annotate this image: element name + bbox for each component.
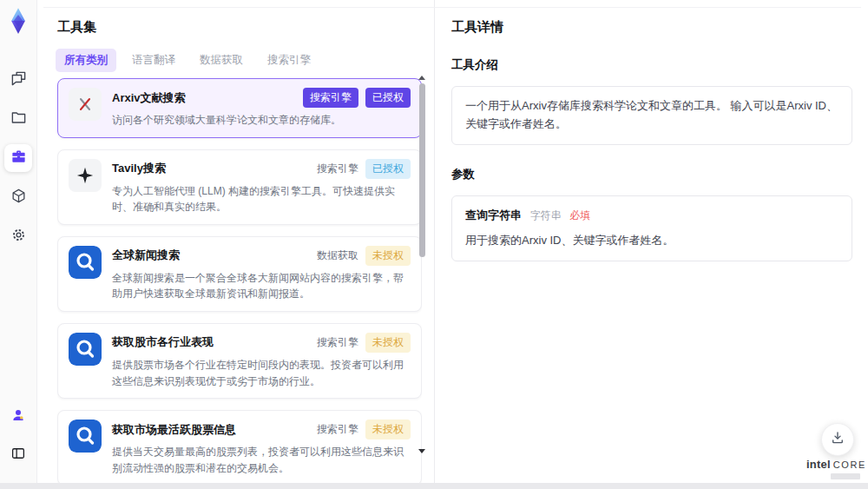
- tool-description: 提供股票市场各个行业在特定时间段内的表现。投资者可以利用这些信息来识别表现优于或…: [112, 357, 411, 389]
- tool-card-sector-performance[interactable]: 获取股市各行业表现 搜索引擎 未授权 提供股票市场各个行业在特定时间段内的表现。…: [57, 323, 422, 399]
- category-label: 数据获取: [317, 248, 358, 263]
- cube-icon: [10, 188, 27, 208]
- sidebar-item-settings[interactable]: [4, 222, 32, 250]
- category-badge[interactable]: 搜索引擎: [303, 88, 358, 108]
- sidebar-item-tools[interactable]: [4, 144, 32, 172]
- tool-name: 获取市场最活跃股票信息: [112, 422, 236, 438]
- tool-name: 全球新闻搜索: [112, 248, 180, 263]
- status-badge[interactable]: 已授权: [365, 88, 411, 108]
- chat-icon: [10, 70, 27, 90]
- tool-name: 获取股市各行业表现: [112, 334, 214, 350]
- user-icon: [10, 407, 26, 426]
- sparkle-icon: [69, 159, 102, 192]
- params-heading: 参数: [451, 167, 852, 182]
- tab-data-acquisition[interactable]: 数据获取: [191, 49, 252, 72]
- category-label: 搜索引擎: [317, 162, 358, 176]
- sidebar-item-chat[interactable]: [4, 66, 32, 94]
- tool-name: Tavily搜索: [112, 161, 166, 176]
- panel-toggle-button[interactable]: [4, 441, 32, 469]
- card-main: 全球新闻搜索 数据获取 未授权 全球新闻搜索是一个聚合全球各大新闻网站内容的搜索…: [112, 246, 411, 302]
- status-badge: 未授权: [365, 333, 411, 353]
- tool-card-tavily[interactable]: Tavily搜索 搜索引擎 已授权 专为人工智能代理 (LLM) 构建的搜索引擎…: [57, 149, 422, 225]
- param-description: 用于搜索的Arxiv ID、关键字或作者姓名。: [465, 232, 838, 250]
- card-main: 获取市场最活跃股票信息 搜索引擎 未授权 提供当天交易量最高的股票列表，投资者可…: [112, 420, 411, 476]
- page-title: 工具集: [57, 19, 96, 36]
- panel-divider: [434, 0, 435, 483]
- app-logo-icon: [6, 7, 30, 35]
- sidebar-item-files[interactable]: [4, 105, 32, 133]
- panel-toggle-icon: [10, 446, 26, 465]
- tool-card-active-stocks[interactable]: 获取市场最活跃股票信息 搜索引擎 未授权 提供当天交易量最高的股票列表，投资者可…: [57, 410, 422, 483]
- param-box: 查询字符串 字符串 必填 用于搜索的Arxiv ID、关键字或作者姓名。: [451, 195, 852, 262]
- detail-title: 工具详情: [451, 19, 852, 36]
- sidebar: [0, 0, 37, 483]
- window-bottom-edge: [0, 483, 868, 489]
- tool-list-panel: 工具集 所有类别 语言翻译 数据获取 搜索引擎 Arxiv文献搜索: [36, 0, 434, 483]
- param-header: 查询字符串 字符串 必填: [465, 207, 838, 225]
- tab-language-translation[interactable]: 语言翻译: [123, 49, 184, 72]
- tool-card-arxiv[interactable]: Arxiv文献搜索 搜索引擎 已授权 访问各个研究领域大量科学论文和文章的存储库…: [57, 78, 422, 138]
- intel-brand-text: intel: [806, 458, 831, 471]
- top-hairline: [43, 7, 861, 8]
- badges: 搜索引擎 未授权: [317, 420, 411, 439]
- app-window: 工具集 所有类别 语言翻译 数据获取 搜索引擎 Arxiv文献搜索: [0, 0, 868, 489]
- tool-description: 提供当天交易量最高的股票列表，投资者可以利用这些信息来识别流动性强的股票和潜在的…: [112, 444, 411, 476]
- intro-text: 一个用于从Arxiv存储库搜索科学论文和文章的工具。 输入可以是Arxiv ID…: [465, 99, 838, 130]
- scrollbar-up-arrow[interactable]: [418, 76, 425, 80]
- card-main: 获取股市各行业表现 搜索引擎 未授权 提供股票市场各个行业在特定时间段内的表现。…: [112, 333, 411, 389]
- tab-search-engine[interactable]: 搜索引擎: [259, 49, 319, 72]
- blue-search-icon: [69, 246, 102, 279]
- status-badge: 未授权: [365, 420, 411, 439]
- sidebar-nav: [0, 66, 36, 250]
- badges: 搜索引擎 已授权: [317, 159, 411, 179]
- blue-search-icon: [69, 420, 102, 453]
- folder-icon: [10, 109, 27, 129]
- settings-icon: [10, 227, 27, 247]
- download-button[interactable]: [821, 423, 854, 456]
- scrollbar-thumb[interactable]: [419, 83, 425, 257]
- core-brand-text: core: [833, 459, 866, 470]
- download-icon: [830, 430, 845, 449]
- param-name: 查询字符串: [465, 208, 522, 221]
- intel-core-logo: intel core: [806, 458, 860, 479]
- status-badge: 未授权: [365, 246, 411, 266]
- tool-description: 访问各个研究领域大量科学论文和文章的存储库。: [112, 112, 411, 129]
- intel-core-subtext: [831, 473, 860, 479]
- badges: 数据获取 未授权: [317, 246, 411, 266]
- intro-box: 一个用于从Arxiv存储库搜索科学论文和文章的工具。 输入可以是Arxiv ID…: [451, 86, 852, 145]
- tool-description: 全球新闻搜索是一个聚合全球各大新闻网站内容的搜索引擎，帮助用户快速获取全球最新资…: [112, 270, 411, 302]
- category-label: 搜索引擎: [317, 422, 358, 437]
- param-type: 字符串: [530, 209, 562, 221]
- tool-card-list: Arxiv文献搜索 搜索引擎 已授权 访问各个研究领域大量科学论文和文章的存储库…: [57, 78, 422, 483]
- tool-description: 专为人工智能代理 (LLM) 构建的搜索引擎工具。可快速提供实时、准确和真实的结…: [112, 183, 411, 215]
- category-tabs: 所有类别 语言翻译 数据获取 搜索引擎: [56, 49, 319, 72]
- blue-search-icon: [69, 333, 102, 366]
- badges: 搜索引擎 已授权: [303, 88, 411, 108]
- user-avatar-button[interactable]: [4, 403, 32, 431]
- param-required-badge: 必填: [569, 209, 590, 221]
- sidebar-bottom: [0, 403, 36, 469]
- tab-all-categories[interactable]: 所有类别: [56, 49, 116, 72]
- status-badge: 已授权: [365, 159, 411, 179]
- toolbox-icon: [10, 149, 27, 169]
- category-label: 搜索引擎: [317, 335, 358, 350]
- tool-card-global-news[interactable]: 全球新闻搜索 数据获取 未授权 全球新闻搜索是一个聚合全球各大新闻网站内容的搜索…: [57, 236, 422, 312]
- tool-detail-panel: 工具详情 工具介绍 一个用于从Arxiv存储库搜索科学论文和文章的工具。 输入可…: [451, 0, 852, 483]
- sidebar-item-packages[interactable]: [4, 183, 32, 211]
- intro-heading: 工具介绍: [451, 57, 852, 73]
- arxiv-chi-icon: [69, 88, 102, 121]
- badges: 搜索引擎 未授权: [317, 333, 411, 353]
- card-main: Tavily搜索 搜索引擎 已授权 专为人工智能代理 (LLM) 构建的搜索引擎…: [112, 159, 411, 215]
- card-main: Arxiv文献搜索 搜索引擎 已授权 访问各个研究领域大量科学论文和文章的存储库…: [112, 88, 411, 129]
- tool-name: Arxiv文献搜索: [112, 90, 186, 106]
- scrollbar-down-arrow[interactable]: [418, 449, 425, 453]
